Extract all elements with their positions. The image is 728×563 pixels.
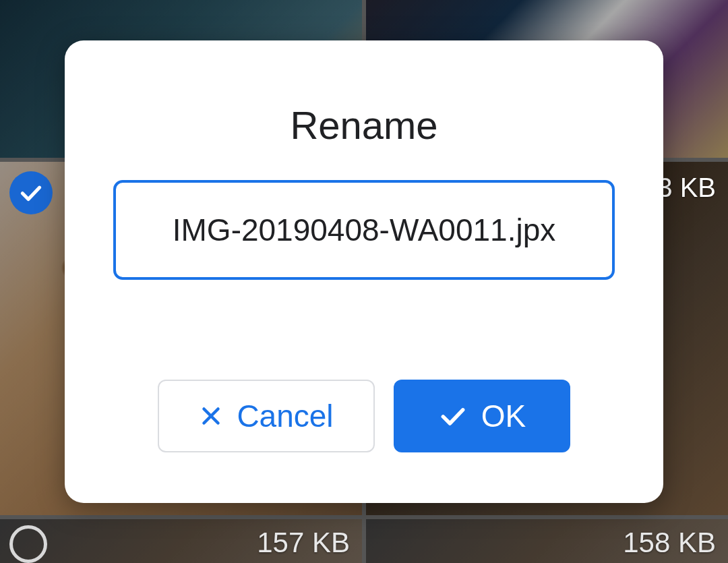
file-size-label: 157 KB bbox=[257, 527, 350, 559]
dialog-button-row: Cancel OK bbox=[158, 380, 570, 452]
check-icon bbox=[438, 401, 468, 431]
photo-thumbnail[interactable]: 157 KB bbox=[0, 519, 362, 563]
rename-dialog: Rename Cancel OK bbox=[65, 40, 663, 503]
selected-check-icon bbox=[9, 171, 53, 214]
photo-thumbnail[interactable]: 158 KB bbox=[366, 519, 728, 563]
cancel-button-label: Cancel bbox=[237, 398, 333, 434]
ok-button[interactable]: OK bbox=[394, 380, 570, 452]
dialog-title: Rename bbox=[290, 102, 437, 148]
ok-button-label: OK bbox=[481, 398, 526, 434]
selection-circle-icon[interactable] bbox=[9, 525, 47, 563]
filename-input[interactable] bbox=[113, 180, 615, 280]
file-size-label: 3 KB bbox=[657, 173, 716, 203]
cancel-button[interactable]: Cancel bbox=[158, 380, 375, 452]
close-icon bbox=[199, 404, 223, 428]
file-size-label: 158 KB bbox=[623, 527, 716, 559]
